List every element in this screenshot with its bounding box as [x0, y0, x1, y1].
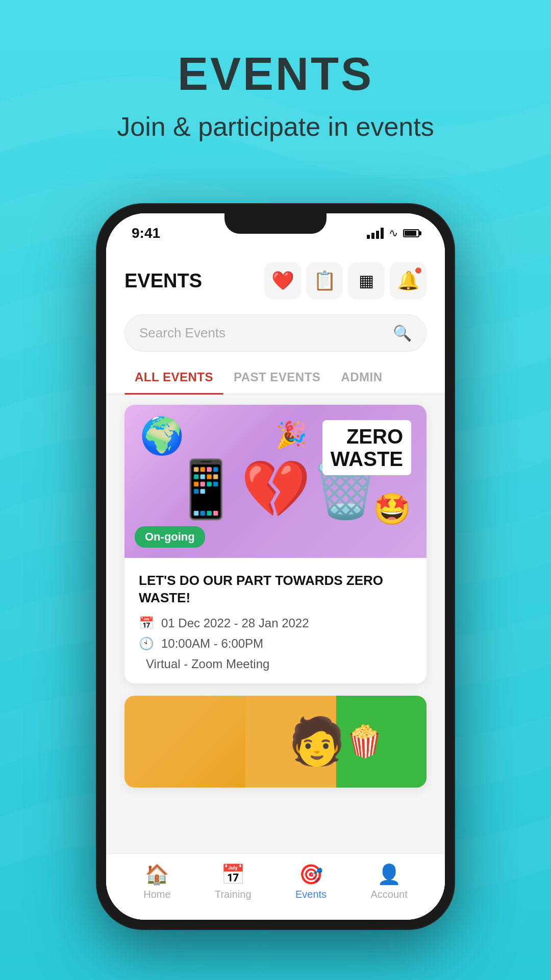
tab-all-events[interactable]: ALL EVENTS — [124, 361, 223, 394]
events-list: 🌍 🎉 📱💔🗑️ 🤩 ZEROWASTE On-going — [106, 395, 445, 858]
event-meta: 📅 01 Dec 2022 - 28 Jan 2022 🕙 10:00AM - … — [139, 616, 412, 671]
event-card[interactable]: 🌍 🎉 📱💔🗑️ 🤩 ZEROWASTE On-going — [124, 405, 427, 683]
star-face-icon: 🤩 — [373, 491, 411, 527]
heart-rate-button[interactable]: ❤️ — [264, 262, 301, 299]
calendar-icon: 📅 — [139, 616, 154, 630]
event-banner-label: ZEROWASTE — [322, 420, 411, 475]
nav-training-label: Training — [215, 889, 252, 900]
nav-events[interactable]: 🎯 Events — [295, 863, 327, 900]
phone-shell: 9:41 ∿ EVENT — [97, 204, 454, 929]
search-section: Search Events 🔍 — [106, 309, 445, 361]
event-location-row: Virtual - Zoom Meeting — [139, 657, 412, 671]
status-time: 9:41 — [132, 225, 160, 241]
nav-home[interactable]: 🏠 Home — [143, 863, 170, 900]
page-subtitle: Join & participate in events — [0, 111, 551, 142]
status-icons: ∿ — [367, 227, 419, 240]
bell-button[interactable]: 🔔 — [390, 262, 427, 299]
nav-training[interactable]: 📅 Training — [215, 863, 252, 900]
tab-bar: ALL EVENTS PAST EVENTS ADMIN — [106, 361, 445, 395]
signal-icon — [367, 228, 384, 239]
search-icon[interactable]: 🔍 — [393, 324, 412, 342]
contacts-button[interactable]: 📋 — [306, 262, 343, 299]
globe-icon: 🌍 — [140, 415, 184, 457]
qr-icon: ▦ — [359, 271, 374, 290]
contacts-icon: 📋 — [313, 270, 336, 291]
event-time-row: 🕙 10:00AM - 6:00PM — [139, 636, 412, 651]
tab-past-events[interactable]: PAST EVENTS — [223, 361, 331, 394]
person-icon: 🧑 — [288, 715, 345, 768]
confetti-icon: 🎉 — [276, 420, 307, 450]
heart-rate-icon: ❤️ — [271, 270, 294, 291]
qr-button[interactable]: ▦ — [348, 262, 385, 299]
events-icon: 🎯 — [299, 863, 323, 886]
phone-screen: 9:41 ∿ EVENT — [106, 213, 445, 920]
account-icon: 👤 — [377, 863, 401, 886]
home-icon: 🏠 — [145, 863, 169, 886]
status-badge: On-going — [135, 526, 205, 548]
search-bar[interactable]: Search Events 🔍 — [124, 314, 427, 352]
notification-dot — [414, 266, 422, 275]
event-location: Virtual - Zoom Meeting — [146, 657, 269, 671]
event-title: LET'S DO OUR PART TOWARDS ZERO WASTE! — [139, 572, 412, 607]
popcorn-icon: 🍿 — [345, 723, 384, 760]
search-input[interactable]: Search Events — [139, 325, 393, 341]
battery-icon — [403, 229, 419, 237]
clock-icon: 🕙 — [139, 636, 154, 651]
nav-account-label: Account — [371, 889, 408, 900]
page-header: EVENTS Join & participate in events — [0, 51, 551, 142]
page-title: EVENTS — [0, 51, 551, 97]
phone-mockup: 9:41 ∿ EVENT — [97, 204, 454, 929]
app-header-title: EVENTS — [124, 270, 202, 292]
event-time: 10:00AM - 6:00PM — [161, 636, 263, 651]
phone-notch — [224, 213, 327, 234]
nav-events-label: Events — [295, 889, 327, 900]
header-icon-group: ❤️ 📋 ▦ 🔔 — [264, 262, 427, 299]
tab-admin[interactable]: ADMIN — [331, 361, 392, 394]
nav-account[interactable]: 👤 Account — [371, 863, 408, 900]
nav-home-label: Home — [143, 889, 170, 900]
app-header: EVENTS ❤️ 📋 ▦ 🔔 — [106, 248, 445, 309]
app-content: EVENTS ❤️ 📋 ▦ 🔔 — [106, 248, 445, 920]
training-icon: 📅 — [221, 863, 245, 886]
wifi-icon: ∿ — [389, 227, 398, 240]
event-card-2[interactable]: 🎊 🧑 🍿 — [124, 696, 427, 788]
event-banner-2: 🧑 🍿 — [245, 696, 427, 788]
event-image-2: 🎊 🧑 🍿 — [124, 696, 427, 788]
event-info: LET'S DO OUR PART TOWARDS ZERO WASTE! 📅 … — [124, 558, 427, 683]
event-date: 01 Dec 2022 - 28 Jan 2022 — [161, 616, 309, 630]
bottom-nav: 🏠 Home 📅 Training 🎯 Events 👤 Account — [106, 853, 445, 920]
event-image: 🌍 🎉 📱💔🗑️ 🤩 ZEROWASTE On-going — [124, 405, 427, 558]
event-date-row: 📅 01 Dec 2022 - 28 Jan 2022 — [139, 616, 412, 630]
